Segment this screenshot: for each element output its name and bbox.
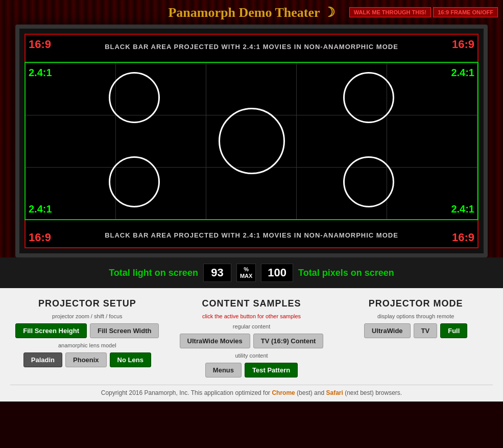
top-bar: Panamorph Demo Theater ☽ WALK ME THROUGH…	[0, 5, 503, 19]
circle-top-left	[109, 72, 160, 123]
display-options-label: display options through remote	[377, 313, 454, 319]
theater-section: Panamorph Demo Theater ☽ WALK ME THROUGH…	[0, 0, 503, 288]
screen-container: 16:9 16:9 16:9 16:9 2.4:1 2.4:1 2.4:1 2.…	[15, 25, 488, 257]
zoom-label: projector zoom / shift / focus	[52, 313, 123, 319]
light-value: 93	[203, 264, 231, 282]
content-samples-title: CONTENT SAMPLES	[202, 298, 301, 309]
blackbar-text-top: BLACK BAR AREA PROJECTED WITH 2.4:1 MOVI…	[25, 43, 478, 51]
fill-height-button[interactable]: Fill Screen Height	[15, 323, 87, 338]
tv-content-button[interactable]: TV (16:9) Content	[253, 334, 324, 348]
menus-button[interactable]: Menus	[205, 363, 242, 378]
blackbar-text-bot: BLACK BAR AREA PROJECTED WITH 2.4:1 MOVI…	[25, 231, 478, 239]
pct-label: %MAX	[236, 264, 256, 282]
projector-mode-column: PROJECTOR MODE display options through r…	[339, 298, 493, 338]
top-buttons: WALK ME THROUGH THIS! 16:9 FRAME ON/OFF	[349, 7, 498, 17]
footer: Copyright 2016 Panamorph, Inc. This appl…	[10, 389, 493, 396]
paladin-button[interactable]: Paladin	[23, 352, 62, 367]
label-24-1-top-left: 2.4:1	[29, 67, 52, 79]
stats-row: Total light on screen 93 %MAX 100 Total …	[0, 257, 503, 288]
phoenix-button[interactable]: Phoenix	[65, 352, 107, 367]
content-samples-subtitle: click the active button for other sample…	[202, 313, 301, 319]
full-mode-button[interactable]: Full	[440, 323, 467, 338]
utility-buttons: Menus Test Pattern	[205, 363, 298, 378]
frame-toggle-button[interactable]: 16:9 FRAME ON/OFF	[433, 7, 498, 17]
label-24-1-bot-right: 2.4:1	[451, 203, 474, 215]
walk-through-button[interactable]: WALK ME THROUGH THIS!	[349, 7, 431, 17]
lens-buttons: Paladin Phoenix No Lens	[23, 352, 151, 367]
projector-setup-title: PROJECTOR SETUP	[38, 298, 136, 309]
bottom-section: PROJECTOR SETUP projector zoom / shift /…	[0, 288, 503, 402]
circle-top-right	[343, 72, 394, 123]
light-label: Total light on screen	[109, 268, 198, 278]
content-samples-column: CONTENT SAMPLES click the active button …	[175, 298, 329, 378]
circle-bottom-right	[343, 156, 394, 207]
projector-mode-title: PROJECTOR MODE	[369, 298, 463, 309]
screen-inner: 16:9 16:9 16:9 16:9 2.4:1 2.4:1 2.4:1 2.…	[25, 34, 478, 248]
mode-buttons: UltraWide TV Full	[364, 323, 467, 338]
label-24-1-top-right: 2.4:1	[451, 67, 474, 79]
circle-center	[219, 108, 285, 174]
no-lens-button[interactable]: No Lens	[110, 352, 151, 367]
lens-label: anamorphic lens model	[58, 342, 116, 348]
regular-content-buttons: UltraWide Movies TV (16:9) Content	[180, 334, 324, 348]
regular-content-label: regular content	[233, 323, 270, 329]
circle-bottom-left	[109, 156, 160, 207]
test-pattern-button[interactable]: Test Pattern	[245, 363, 298, 378]
app-title: Panamorph Demo Theater ☽	[168, 5, 334, 20]
footer-divider	[10, 385, 493, 385]
utility-content-label: utility content	[235, 352, 268, 359]
tv-mode-button[interactable]: TV	[414, 323, 438, 338]
bottom-columns: PROJECTOR SETUP projector zoom / shift /…	[10, 298, 493, 378]
label-24-1-bot-left: 2.4:1	[29, 203, 52, 215]
pixels-label: Total pixels on screen	[298, 268, 394, 278]
pixels-value: 100	[261, 264, 293, 282]
ultrawide-mode-button[interactable]: UltraWide	[364, 323, 411, 338]
ultrawide-movies-button[interactable]: UltraWide Movies	[180, 334, 250, 348]
fill-width-button[interactable]: Fill Screen Width	[90, 323, 159, 338]
zoom-buttons: Fill Screen Height Fill Screen Width	[15, 323, 159, 338]
projector-setup-column: PROJECTOR SETUP projector zoom / shift /…	[10, 298, 164, 367]
